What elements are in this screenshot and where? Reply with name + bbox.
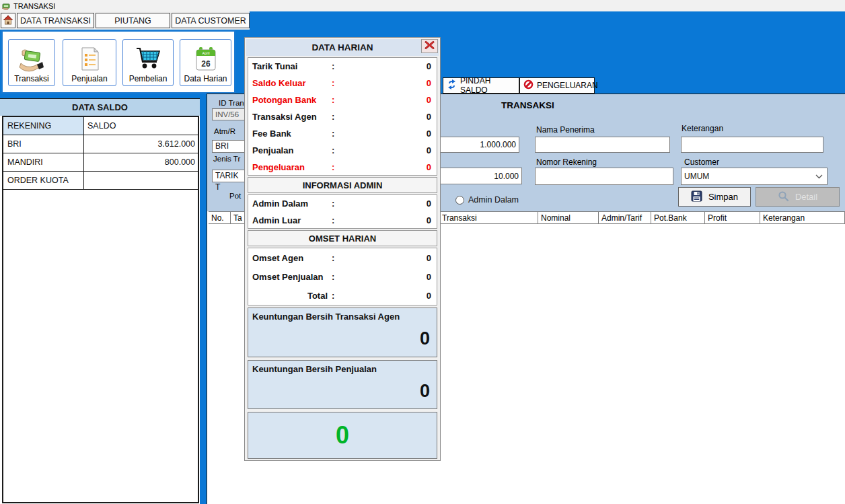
nama-penerima-label: Nama Penerima bbox=[536, 125, 595, 135]
panel-title: TRANSAKSI bbox=[501, 100, 554, 110]
daily-values-box: Tarik Tunai:0 Saldo Keluar:0 Potongan Ba… bbox=[248, 57, 437, 176]
invoice-icon bbox=[77, 46, 102, 73]
data-saldo-header: DATA SALDO bbox=[0, 98, 200, 116]
tab-data-transaksi[interactable]: DATA TRANSAKSI bbox=[17, 13, 94, 28]
customer-label: Customer bbox=[684, 157, 719, 167]
id-transaksi-field: INV/56 bbox=[212, 108, 245, 120]
grand-total-box: 0 bbox=[248, 412, 437, 459]
simpan-button[interactable]: Simpan bbox=[678, 187, 751, 207]
keuntungan-agen-value: 0 bbox=[420, 328, 430, 349]
table-row[interactable]: MANDIRI 800.000 bbox=[3, 153, 198, 172]
grid-col-pot-bank[interactable]: Pot.Bank bbox=[651, 211, 705, 224]
tab-data-customer[interactable]: DATA CUSTOMER bbox=[172, 13, 250, 28]
pengeluaran-button[interactable]: PENGELUARAN bbox=[519, 77, 595, 94]
toolbar-button-label: Penjualan bbox=[71, 74, 107, 83]
omset-row-agen: Omset Agen:0 bbox=[248, 248, 437, 267]
floppy-disk-icon bbox=[691, 190, 708, 204]
informasi-admin-header: INFORMASI ADMIN bbox=[248, 177, 437, 193]
potongan-label: Pot bbox=[229, 192, 241, 200]
keuntungan-penjualan-box: Keuntungan Bersih Penjualan 0 bbox=[248, 360, 437, 409]
id-transaksi-label: ID Tran bbox=[219, 99, 244, 107]
grid-col-keterangan[interactable]: Keterangan bbox=[760, 211, 845, 224]
radio-circle-icon bbox=[455, 196, 464, 205]
omset-row-penjualan: Omset Penjualan:0 bbox=[248, 267, 437, 286]
admin-row-dalam: Admin Dalam:0 bbox=[248, 195, 437, 212]
rekening-cell: MANDIRI bbox=[3, 153, 84, 171]
transaksi-button[interactable]: Transaksi bbox=[8, 39, 55, 86]
grid-col-transaksi[interactable]: Transaksi bbox=[439, 211, 538, 224]
customer-combo[interactable]: UMUM bbox=[681, 168, 828, 185]
jenis-transaksi-combo[interactable]: TARIK T bbox=[212, 170, 245, 182]
admin-row-luar: Admin Luar:0 bbox=[248, 212, 437, 229]
daily-row-penjualan: Penjualan:0 bbox=[248, 141, 437, 158]
daily-row-saldo-keluar: Saldo Keluar:0 bbox=[248, 75, 437, 92]
atm-rekening-label: Atm/R bbox=[214, 127, 235, 135]
dialog-title: DATA HARIAN bbox=[311, 42, 373, 52]
grid-col-profit[interactable]: Profit bbox=[705, 211, 760, 224]
window-titlebar: TRANSAKSI bbox=[0, 0, 845, 11]
table-row[interactable]: ORDER KUOTA bbox=[3, 172, 198, 190]
keuntungan-penjualan-label: Keuntungan Bersih Penjualan bbox=[252, 364, 377, 374]
pindah-saldo-button[interactable]: PINDAH SALDO bbox=[443, 77, 519, 94]
magnifier-icon bbox=[778, 190, 795, 204]
admin-dalam-radio-label: Admin Dalam bbox=[468, 195, 519, 205]
saldo-col-rekening[interactable]: REKENING bbox=[3, 117, 84, 135]
home-button[interactable] bbox=[1, 13, 15, 28]
window-title: TRANSAKSI bbox=[13, 2, 55, 10]
daily-row-transaksi-agen: Transaksi Agen:0 bbox=[248, 108, 437, 125]
rekening-cell: BRI bbox=[3, 135, 84, 153]
menu-strip: DATA TRANSAKSI PIUTANG DATA CUSTOMER bbox=[0, 11, 250, 30]
saldo-col-saldo[interactable]: SALDO bbox=[84, 117, 198, 135]
saldo-cell: 3.612.000 bbox=[84, 135, 198, 153]
pengeluaran-label: PENGELUARAN bbox=[537, 81, 598, 90]
rekening-cell: ORDER KUOTA bbox=[3, 172, 84, 189]
grid-col-no[interactable]: No. bbox=[209, 211, 231, 224]
close-icon bbox=[425, 40, 435, 52]
pindah-saldo-label: PINDAH SALDO bbox=[460, 76, 513, 95]
daily-row-potongan-bank: Potongan Bank:0 bbox=[248, 92, 437, 108]
toolbar-panel: Transaksi Penjualan Pembelian April26 Da… bbox=[1, 30, 235, 94]
keterangan-label: Keterangan bbox=[682, 124, 723, 133]
nama-penerima-input[interactable] bbox=[535, 137, 670, 153]
swap-arrows-icon bbox=[447, 79, 460, 92]
admin-dalam-radio[interactable]: Admin Dalam bbox=[455, 195, 519, 205]
toolbar-button-label: Pembelian bbox=[129, 74, 168, 83]
detail-button[interactable]: Detail bbox=[756, 187, 840, 207]
data-harian-dialog: DATA HARIAN Tarik Tunai:0 Saldo Keluar:0… bbox=[244, 37, 441, 461]
table-row[interactable]: BRI 3.612.000 bbox=[3, 135, 198, 153]
grid-col-nominal[interactable]: Nominal bbox=[538, 211, 599, 224]
daily-row-fee-bank: Fee Bank:0 bbox=[248, 124, 437, 141]
saldo-cell bbox=[84, 172, 198, 189]
jenis-transaksi-label: Jenis Tr bbox=[213, 155, 240, 163]
money-hand-icon bbox=[18, 47, 45, 73]
omset-values-box: Omset Agen:0 Omset Penjualan:0 Total:0 bbox=[248, 248, 437, 305]
svg-text:April: April bbox=[202, 51, 209, 55]
keuntungan-agen-label: Keuntungan Bersih Transaksi Agen bbox=[252, 312, 400, 322]
nomor-rekening-label: Nomor Rekening bbox=[536, 157, 597, 167]
chevron-down-icon bbox=[815, 172, 823, 181]
saldo-cell: 800.000 bbox=[84, 153, 198, 171]
toolbar-button-label: Transaksi bbox=[14, 74, 49, 83]
omset-harian-header: OMSET HARIAN bbox=[248, 230, 437, 246]
atm-rekening-combo[interactable]: BRI bbox=[212, 140, 245, 153]
omset-row-total: Total:0 bbox=[248, 286, 437, 305]
customer-value: UMUM bbox=[684, 172, 709, 181]
grand-total-value: 0 bbox=[336, 421, 349, 449]
grid-col-admin-tarif[interactable]: Admin/Tarif bbox=[599, 211, 651, 224]
data-saldo-table: REKENING SALDO BRI 3.612.000 MANDIRI 800… bbox=[2, 116, 199, 503]
nomor-rekening-input[interactable] bbox=[535, 168, 673, 185]
keterangan-input[interactable] bbox=[681, 137, 823, 153]
saldo-table-header-row: REKENING SALDO bbox=[3, 117, 198, 135]
app-window: TRANSAKSI DATA TRANSAKSI PIUTANG DATA CU… bbox=[0, 0, 845, 504]
close-button[interactable] bbox=[421, 39, 438, 53]
home-icon bbox=[3, 15, 13, 27]
daily-row-tarik-tunai: Tarik Tunai:0 bbox=[248, 58, 437, 75]
pembelian-button[interactable]: Pembelian bbox=[122, 39, 174, 86]
tab-piutang[interactable]: PIUTANG bbox=[96, 13, 170, 28]
data-harian-button[interactable]: April26 Data Harian bbox=[180, 39, 231, 86]
calendar-icon: April26 bbox=[193, 46, 219, 73]
detail-label: Detail bbox=[795, 192, 817, 202]
simpan-label: Simpan bbox=[708, 192, 738, 202]
penjualan-button[interactable]: Penjualan bbox=[63, 39, 116, 86]
svg-text:26: 26 bbox=[201, 59, 211, 69]
